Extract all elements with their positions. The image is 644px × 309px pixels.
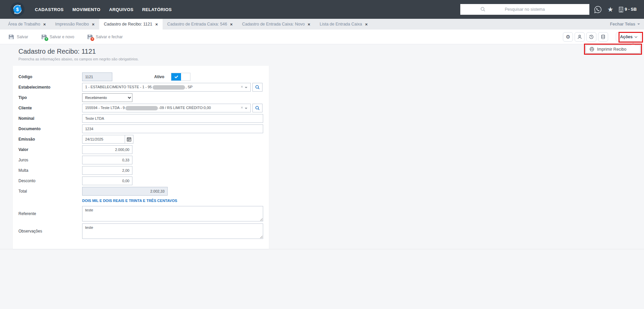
tab-label: Lista de Entrada Caixa	[319, 22, 362, 27]
dollar-sync-icon: $	[10, 2, 25, 17]
calendar-icon	[127, 137, 131, 142]
menu-movimento[interactable]: MOVIMENTO	[72, 7, 101, 12]
page-header: Cadastro de Recibo: 1121 Preencha as inf…	[18, 48, 139, 61]
close-icon[interactable]: ×	[308, 22, 310, 27]
company-badge-label: 9 - SB	[625, 7, 637, 12]
app-logo: $	[10, 2, 25, 17]
clear-icon[interactable]: ×	[241, 85, 243, 89]
favorites-star-icon[interactable]: ★	[607, 6, 613, 13]
search-icon	[480, 7, 485, 12]
emissao-field[interactable]	[82, 135, 125, 144]
tab-cadastro-recibo-1121[interactable]: Cadastro de Recibo: 1121 ×	[99, 19, 163, 30]
desconto-field[interactable]	[82, 176, 132, 185]
save-and-close-button[interactable]: × Salvar e fechar	[87, 34, 123, 40]
database-icon	[600, 34, 606, 40]
juros-field[interactable]	[82, 156, 132, 164]
search-input[interactable]	[460, 4, 589, 15]
observacoes-field[interactable]: teste	[82, 223, 263, 239]
person-icon	[577, 34, 582, 40]
tab-label: Impressão Recibo	[55, 22, 89, 27]
row-multa: Multa	[18, 166, 263, 175]
print-receipt-label: Imprimir Recibo	[597, 47, 627, 52]
svg-text:$: $	[16, 7, 19, 12]
multa-field[interactable]	[82, 166, 132, 175]
close-icon[interactable]: ×	[155, 22, 158, 27]
estabelecimento-value: 1 - ESTABELECIMENTO TESTE - 1 - 95, SP	[85, 85, 192, 90]
form-toolbar: Salvar + Salvar e novo × Salvar e fechar…	[0, 30, 644, 44]
tab-impressao-recibo[interactable]: Impressão Recibo ×	[51, 19, 99, 30]
documento-field[interactable]	[82, 124, 263, 133]
tab-label: Cadastro de Entrada Caixa: Novo	[242, 22, 305, 27]
valor-label: Valor	[18, 147, 82, 152]
cliente-search-button[interactable]	[252, 104, 262, 112]
total-field	[82, 187, 168, 196]
close-screens-label: Fechar Telas	[610, 22, 635, 27]
menu-relatorios[interactable]: RELATÓRIOS	[142, 7, 172, 12]
top-navbar: $ CADASTROS MOVIMENTO ARQUIVOS RELATÓRIO…	[0, 0, 644, 19]
company-badge[interactable]: 9 - SB	[619, 7, 637, 12]
chevron-down-icon	[245, 87, 247, 88]
total-label: Total	[18, 189, 82, 194]
tab-label: Cadastro de Entrada Caixa: 546	[167, 22, 227, 27]
menu-arquivos[interactable]: ARQUIVOS	[109, 7, 133, 12]
clear-icon[interactable]: ×	[241, 106, 243, 110]
chevron-down-icon	[635, 35, 637, 38]
nominal-field[interactable]	[82, 114, 263, 123]
tab-lista-entrada-caixa[interactable]: Lista de Entrada Caixa ×	[315, 19, 372, 30]
receipt-form-card: Código Ativo Estabelecimento 1 - ESTABEL…	[13, 66, 269, 249]
nominal-label: Nominal	[18, 116, 82, 121]
cliente-label: Cliente	[18, 106, 82, 110]
tab-area-de-trabalho[interactable]: Área de Trabalho ×	[3, 19, 51, 30]
save-icon	[8, 34, 14, 40]
close-icon[interactable]: ×	[92, 22, 95, 27]
save-and-new-button[interactable]: + Salvar e novo	[41, 34, 74, 40]
whatsapp-icon[interactable]	[594, 5, 602, 14]
history-button[interactable]	[586, 32, 596, 42]
cliente-select[interactable]: 155594 - Teste LTDA - 9-09 / RS LIMITE C…	[82, 104, 251, 112]
calendar-button[interactable]	[125, 135, 133, 144]
settings-button[interactable]: ⚙	[563, 32, 573, 42]
estabelecimento-search-button[interactable]	[252, 83, 262, 92]
menu-cadastros[interactable]: CADASTROS	[35, 7, 64, 12]
open-screens-tabbar: Área de Trabalho × Impressão Recibo × Ca…	[0, 19, 644, 30]
close-icon[interactable]: ×	[230, 22, 233, 27]
tipo-select[interactable]: Recebimento	[82, 93, 132, 102]
ativo-toggle[interactable]	[171, 73, 190, 81]
referente-field[interactable]: teste	[82, 206, 263, 221]
emissao-label: Emissão	[18, 137, 82, 142]
tipo-label: Tipo	[18, 95, 82, 100]
row-observacoes: Observações teste	[18, 223, 263, 239]
cliente-value: 155594 - Teste LTDA - 9-09 / RS LIMITE C…	[85, 106, 211, 110]
actions-label: Ações	[620, 35, 633, 39]
row-codigo: Código Ativo	[18, 72, 263, 81]
row-estabelecimento: Estabelecimento 1 - ESTABELECIMENTO TEST…	[18, 83, 263, 92]
estabelecimento-label: Estabelecimento	[18, 85, 82, 90]
valor-field[interactable]	[82, 145, 132, 154]
row-juros: Juros	[18, 156, 263, 164]
documento-label: Documento	[18, 126, 82, 131]
actions-button[interactable]: Ações	[616, 32, 641, 42]
observacoes-label: Observações	[18, 229, 82, 234]
redacted-text	[153, 85, 185, 90]
save-buttons-group: Salvar + Salvar e novo × Salvar e fechar	[8, 34, 123, 40]
tab-cadastro-entrada-caixa-546[interactable]: Cadastro de Entrada Caixa: 546 ×	[163, 19, 237, 30]
codigo-label: Código	[18, 74, 82, 79]
save-new-label: Salvar e novo	[50, 35, 74, 39]
close-icon[interactable]: ×	[365, 22, 368, 27]
juros-label: Juros	[18, 158, 82, 162]
tab-cadastro-entrada-caixa-novo[interactable]: Cadastro de Entrada Caixa: Novo ×	[237, 19, 315, 30]
tab-label: Área de Trabalho	[8, 22, 40, 27]
user-button[interactable]	[575, 32, 585, 42]
estabelecimento-select[interactable]: 1 - ESTABELECIMENTO TESTE - 1 - 95, SP ×	[82, 83, 251, 92]
gear-icon: ⚙	[566, 34, 570, 40]
database-button[interactable]	[598, 32, 608, 42]
toggle-check-icon	[171, 73, 181, 81]
chevron-down-icon	[245, 108, 247, 109]
close-screens-button[interactable]: Fechar Telas	[610, 19, 640, 30]
main-content: Cadastro de Recibo: 1121 Preencha as inf…	[0, 44, 644, 309]
content-divider	[0, 249, 644, 249]
redacted-text	[125, 106, 158, 110]
close-icon[interactable]: ×	[43, 22, 46, 27]
save-button[interactable]: Salvar	[8, 34, 28, 40]
total-in-words: DOIS MIL E DOIS REAIS E TRINTA E TRÊS CE…	[82, 199, 177, 203]
